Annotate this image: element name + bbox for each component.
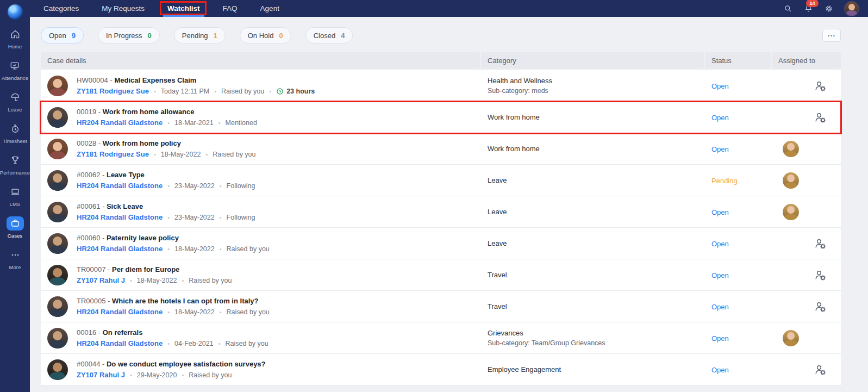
cases-app: Home Attendance Leave Timesheet Performa [0, 0, 868, 392]
topbar-actions: 14 [782, 1, 868, 16]
case-title[interactable]: Leave Type [107, 171, 145, 179]
assign-agent-icon[interactable] [814, 269, 827, 282]
case-text: TR00007Per diem for Europe ZY107 Rahul J… [77, 265, 232, 284]
timesheet-icon [7, 122, 24, 136]
assign-agent-icon[interactable] [814, 111, 827, 124]
case-meta-line: HR204 Randall Gladstone 18-May-2022 Rais… [77, 245, 270, 253]
sidebar-item-attendance[interactable]: Attendance [2, 59, 28, 81]
case-title[interactable]: Paternity leave policy [107, 234, 179, 242]
filter-count: 0 [148, 32, 152, 40]
case-row[interactable]: #00061Sick Leave HR204 Randall Gladstone… [41, 196, 841, 228]
profile-avatar[interactable] [844, 1, 859, 16]
case-title[interactable]: Sick Leave [107, 202, 143, 210]
sidebar-item-cases[interactable]: Cases [7, 216, 24, 239]
case-id: TR00005 [77, 297, 112, 305]
case-row[interactable]: #00062Leave Type HR204 Randall Gladstone… [41, 165, 841, 196]
case-title[interactable]: Per diem for Europe [112, 265, 179, 273]
case-title[interactable]: Work from home allowance [103, 108, 195, 116]
employee-link[interactable]: ZY181 Rodriguez Sue [77, 87, 149, 95]
sidebar-item-more[interactable]: More [7, 248, 24, 270]
case-status[interactable]: Open [711, 366, 729, 374]
employee-link[interactable]: HR204 Randall Gladstone [77, 213, 163, 221]
case-status[interactable]: Open [711, 145, 729, 153]
assigned-cell [772, 330, 841, 346]
attendance-icon [6, 59, 23, 73]
case-date: Today 12:11 PM [149, 88, 209, 95]
case-row[interactable]: #00060Paternity leave policy HR204 Randa… [41, 228, 841, 259]
case-row[interactable]: 00019Work from home allowance HR204 Rand… [41, 102, 841, 133]
tab-agent[interactable]: Agent [260, 0, 279, 17]
employee-link[interactable]: HR204 Randall Gladstone [77, 339, 163, 347]
case-row[interactable]: HW00004Medical Expenses Claim ZY181 Rodr… [41, 70, 841, 102]
filter-pill-closed[interactable]: Closed 4 [305, 27, 353, 43]
requester-avatar [47, 76, 68, 96]
case-status[interactable]: Open [711, 334, 729, 343]
assigned-cell [772, 269, 841, 282]
employee-link[interactable]: ZY107 Rahul J [77, 276, 125, 284]
case-status[interactable]: Open [711, 82, 729, 90]
header-case-details[interactable]: Case details [41, 52, 480, 69]
employee-link[interactable]: HR204 Randall Gladstone [77, 182, 163, 190]
case-status[interactable]: Open [711, 271, 729, 279]
app-logo[interactable] [8, 4, 23, 20]
case-row[interactable]: TR00005Which are the hotels I can opt fr… [41, 291, 841, 322]
case-title[interactable]: On referrals [103, 328, 143, 337]
tab-categories[interactable]: Categories [43, 0, 79, 17]
assign-agent-icon[interactable] [814, 300, 827, 313]
case-status[interactable]: Open [711, 303, 729, 311]
more-options-button[interactable]: ... [822, 29, 841, 42]
tab-my-requests[interactable]: My Requests [102, 0, 145, 17]
employee-link[interactable]: ZY107 Rahul J [77, 371, 125, 379]
assignee-avatar[interactable] [783, 204, 799, 220]
sidebar-item-lms[interactable]: LMS [7, 185, 24, 207]
tab-faq[interactable]: FAQ [223, 0, 238, 17]
case-status[interactable]: Pending [711, 177, 738, 185]
status-cell: Open [705, 144, 772, 154]
case-row[interactable]: 00016On referrals HR204 Randall Gladston… [41, 322, 841, 354]
filter-pill-pending[interactable]: Pending 1 [174, 27, 226, 43]
filter-pill-open[interactable]: Open 9 [41, 27, 84, 43]
assignee-avatar[interactable] [783, 330, 799, 346]
sidebar-item-timesheet[interactable]: Timesheet [3, 122, 27, 144]
home-icon [7, 27, 24, 41]
case-status[interactable]: Open [711, 114, 729, 122]
filter-pill-in-progress[interactable]: In Progress 0 [98, 27, 160, 43]
case-meta-line: ZY107 Rahul J 29-May-2020 Raised by you [77, 371, 266, 379]
case-title[interactable]: Which are the hotels I can opt from in I… [112, 297, 258, 305]
employee-link[interactable]: HR204 Randall Gladstone [77, 245, 163, 253]
case-row[interactable]: #00044Do we conduct employee satisfactio… [41, 354, 841, 385]
case-details-cell: 00028Work from home policy ZY181 Rodrigu… [41, 139, 481, 159]
case-meta-line: HR204 Randall Gladstone 18-May-2022 Rais… [77, 308, 270, 316]
case-title[interactable]: Work from home policy [103, 139, 181, 147]
sidebar-item-leave[interactable]: Leave [7, 90, 24, 113]
case-row[interactable]: 00028Work from home policy ZY181 Rodrigu… [41, 133, 841, 165]
filter-pill-on-hold[interactable]: On Hold 0 [240, 27, 291, 43]
assign-agent-icon[interactable] [814, 237, 827, 250]
status-cell: Open [705, 207, 772, 217]
case-title[interactable]: Do we conduct employee satisfaction surv… [107, 360, 266, 368]
employee-link[interactable]: HR204 Randall Gladstone [77, 308, 163, 316]
case-relation-flag: Raised by you [201, 151, 255, 158]
case-id: #00060 [77, 234, 107, 242]
notifications-bell-icon[interactable]: 14 [803, 3, 814, 14]
case-title-line: #00060Paternity leave policy [77, 234, 270, 242]
sidebar-item-performance[interactable]: Performance [0, 153, 30, 176]
assign-agent-icon[interactable] [814, 79, 827, 92]
assignee-avatar[interactable] [783, 172, 799, 189]
sidebar-item-home[interactable]: Home [7, 27, 24, 49]
employee-link[interactable]: ZY181 Rodriguez Sue [77, 150, 149, 158]
case-row[interactable]: TR00007Per diem for Europe ZY107 Rahul J… [41, 259, 841, 291]
header-assigned-to[interactable]: Assigned to [772, 52, 841, 69]
header-status[interactable]: Status [705, 52, 771, 69]
settings-gear-icon[interactable] [823, 3, 834, 14]
tab-watchlist[interactable]: Watchlist [167, 0, 200, 17]
header-category[interactable]: Category [481, 52, 704, 69]
assignee-avatar[interactable] [783, 141, 799, 157]
assign-agent-icon[interactable] [814, 363, 827, 376]
case-title[interactable]: Medical Expenses Claim [114, 76, 196, 84]
case-status[interactable]: Open [711, 208, 729, 216]
case-status[interactable]: Open [711, 240, 729, 248]
search-icon[interactable] [782, 3, 793, 14]
employee-link[interactable]: HR204 Randall Gladstone [77, 119, 163, 127]
performance-icon [7, 153, 24, 167]
